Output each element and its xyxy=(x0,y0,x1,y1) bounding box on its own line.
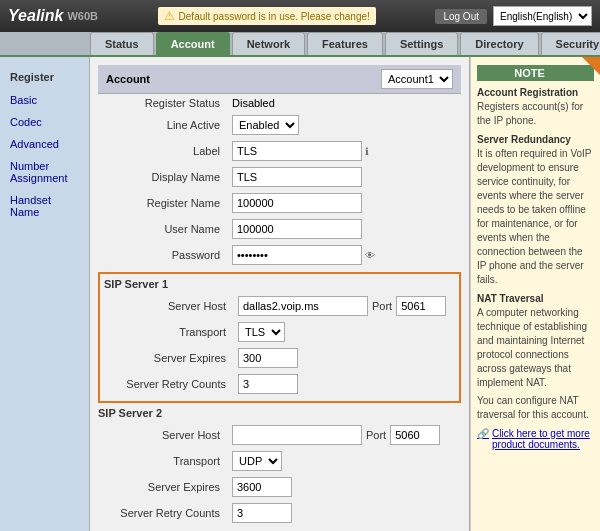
account-header-row: Account Account1 xyxy=(98,65,461,94)
password-label: Password xyxy=(98,242,228,268)
note-account-reg-heading: Account Registration xyxy=(477,87,594,98)
register-status-label: Register Status xyxy=(98,94,228,112)
tab-network[interactable]: Network xyxy=(232,32,305,55)
sip2-transport-label: Transport xyxy=(98,448,228,474)
sip1-port-label: Port xyxy=(372,300,392,312)
warning-icon: ⚠ xyxy=(164,9,175,23)
user-name-input[interactable] xyxy=(232,219,362,239)
sidebar-item-number-assignment[interactable]: NumberAssignment xyxy=(0,155,89,189)
note-panel: NOTE Account Registration Registers acco… xyxy=(470,57,600,531)
user-name-row: User Name xyxy=(98,216,461,242)
sip-server2-header: SIP Server 2 xyxy=(98,407,461,419)
sidebar-item-handset-name[interactable]: Handset Name xyxy=(0,189,89,223)
password-input[interactable] xyxy=(232,245,362,265)
sip-server1-section: SIP Server 1 Server Host Port Transport xyxy=(98,272,461,403)
register-name-input[interactable] xyxy=(232,193,362,213)
language-select[interactable]: English(English) xyxy=(493,6,592,26)
account-label: Account xyxy=(106,73,150,85)
sip1-transport-label: Transport xyxy=(104,319,234,345)
line-active-label: Line Active xyxy=(98,112,228,138)
line-active-select[interactable]: Enabled xyxy=(232,115,299,135)
sip1-transport-select[interactable]: TLS xyxy=(238,322,285,342)
user-name-label: User Name xyxy=(98,216,228,242)
sip1-expires-input[interactable] xyxy=(238,348,298,368)
sip1-host-label: Server Host xyxy=(104,293,234,319)
line-active-row: Line Active Enabled xyxy=(98,112,461,138)
note-account-reg-text: Registers account(s) for the IP phone. xyxy=(477,100,594,128)
sip2-host-input[interactable] xyxy=(232,425,362,445)
sip2-transport-row: Transport UDP xyxy=(98,448,461,474)
sip1-retry-input[interactable] xyxy=(238,374,298,394)
sip1-retry-label: Server Retry Counts xyxy=(104,371,234,397)
sip1-retry-row: Server Retry Counts xyxy=(104,371,455,397)
sidebar-section-register[interactable]: Register xyxy=(0,65,89,89)
sip2-port-input[interactable] xyxy=(390,425,440,445)
content-area: Account Account1 Register Status Disable… xyxy=(90,57,470,531)
display-name-label: Display Name xyxy=(98,164,228,190)
note-title: NOTE xyxy=(477,65,594,81)
password-row: Password 👁 xyxy=(98,242,461,268)
form-table: Register Status Disabled Line Active Ena… xyxy=(98,94,461,268)
sidebar-item-codec[interactable]: Codec xyxy=(0,111,89,133)
note-link-icon: 🔗 xyxy=(477,428,489,439)
tab-settings[interactable]: Settings xyxy=(385,32,458,55)
orange-corner xyxy=(582,57,600,75)
display-name-row: Display Name xyxy=(98,164,461,190)
tab-directory[interactable]: Directory xyxy=(460,32,538,55)
sip1-host-row: Server Host Port xyxy=(104,293,455,319)
display-name-input[interactable] xyxy=(232,167,362,187)
sip2-expires-row: Server Expires xyxy=(98,474,461,500)
sip-server1-header: SIP Server 1 xyxy=(104,278,455,290)
logo-yealink: Yealink xyxy=(8,7,63,25)
register-status-row: Register Status Disabled xyxy=(98,94,461,112)
logo-model: W60B xyxy=(67,10,98,22)
label-info-icon[interactable]: ℹ xyxy=(365,146,369,157)
sip2-expires-input[interactable] xyxy=(232,477,292,497)
account-select[interactable]: Account1 xyxy=(381,69,453,89)
sip2-retry-input[interactable] xyxy=(232,503,292,523)
sip2-transport-select[interactable]: UDP xyxy=(232,451,282,471)
sip1-expires-label: Server Expires xyxy=(104,345,234,371)
sidebar-item-basic[interactable]: Basic xyxy=(0,89,89,111)
sip2-port-label: Port xyxy=(366,429,386,441)
note-nat-traversal-heading: NAT Traversal xyxy=(477,293,594,304)
warning-bar: ⚠ Default password is in use. Please cha… xyxy=(158,7,376,25)
logout-button[interactable]: Log Out xyxy=(435,9,487,24)
nav-tabs: Status Account Network Features Settings… xyxy=(0,32,600,57)
label-row: Label ℹ xyxy=(98,138,461,164)
label-field-label: Label xyxy=(98,138,228,164)
register-status-value: Disabled xyxy=(228,94,461,112)
sip-server1-table: Server Host Port Transport TLS xyxy=(104,293,455,397)
register-name-row: Register Name xyxy=(98,190,461,216)
register-name-label: Register Name xyxy=(98,190,228,216)
sip-server2-section: SIP Server 2 Server Host Port Transport xyxy=(98,407,461,526)
label-input[interactable] xyxy=(232,141,362,161)
sidebar: Register Basic Codec Advanced NumberAssi… xyxy=(0,57,90,531)
sip1-host-input[interactable] xyxy=(238,296,368,316)
password-eye-icon[interactable]: 👁 xyxy=(365,250,375,261)
note-nat-extra-text: You can configure NAT traversal for this… xyxy=(477,394,594,422)
sip1-port-input[interactable] xyxy=(396,296,446,316)
sip1-transport-row: Transport TLS xyxy=(104,319,455,345)
note-server-redundancy-text: It is often required in VoIP development… xyxy=(477,147,594,287)
sip2-retry-label: Server Retry Counts xyxy=(98,500,228,526)
sip2-host-label: Server Host xyxy=(98,422,228,448)
note-server-redundancy-heading: Server Redundancy xyxy=(477,134,594,145)
tab-account[interactable]: Account xyxy=(156,32,230,55)
sip-server2-table: Server Host Port Transport UDP xyxy=(98,422,461,526)
sip2-expires-label: Server Expires xyxy=(98,474,228,500)
logo-area: Yealink W60B xyxy=(8,7,98,25)
warning-text: Default password is in use. Please chang… xyxy=(179,11,370,22)
tab-status[interactable]: Status xyxy=(90,32,154,55)
tab-security[interactable]: Security xyxy=(541,32,600,55)
note-nat-traversal-text: A computer networking technique of estab… xyxy=(477,306,594,390)
sip2-retry-row: Server Retry Counts xyxy=(98,500,461,526)
note-link-text[interactable]: Click here to get more product documents… xyxy=(492,428,594,450)
sip2-host-row: Server Host Port xyxy=(98,422,461,448)
top-bar: Yealink W60B ⚠ Default password is in us… xyxy=(0,0,600,32)
sidebar-item-advanced[interactable]: Advanced xyxy=(0,133,89,155)
top-right-area: Log Out English(English) xyxy=(435,6,592,26)
main-layout: Register Basic Codec Advanced NumberAssi… xyxy=(0,57,600,531)
note-docs-link[interactable]: 🔗 Click here to get more product documen… xyxy=(477,428,594,450)
tab-features[interactable]: Features xyxy=(307,32,383,55)
